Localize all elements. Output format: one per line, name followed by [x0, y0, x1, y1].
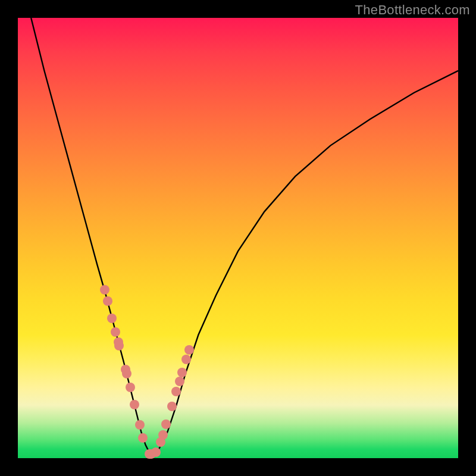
highlight-marker [184, 345, 194, 355]
highlight-marker [126, 383, 135, 392]
bottleneck-curve [31, 18, 458, 454]
highlight-marker [135, 420, 145, 430]
curve-layer [18, 18, 458, 458]
highlight-marker [111, 327, 120, 337]
plot-area [18, 18, 458, 458]
highlight-marker [151, 447, 161, 457]
highlight-marker [103, 296, 112, 306]
highlight-marker [114, 341, 124, 350]
watermark-text: TheBottleneck.com [355, 2, 470, 18]
highlight-marker [181, 355, 191, 364]
highlight-marker [158, 430, 168, 440]
highlight-marker [107, 314, 117, 323]
highlight-marker [122, 369, 131, 378]
highlight-marker [100, 285, 109, 295]
highlight-marker [130, 400, 139, 409]
highlight-marker [175, 377, 184, 386]
chart-stage: TheBottleneck.com [0, 0, 476, 476]
highlight-marker [138, 433, 148, 443]
